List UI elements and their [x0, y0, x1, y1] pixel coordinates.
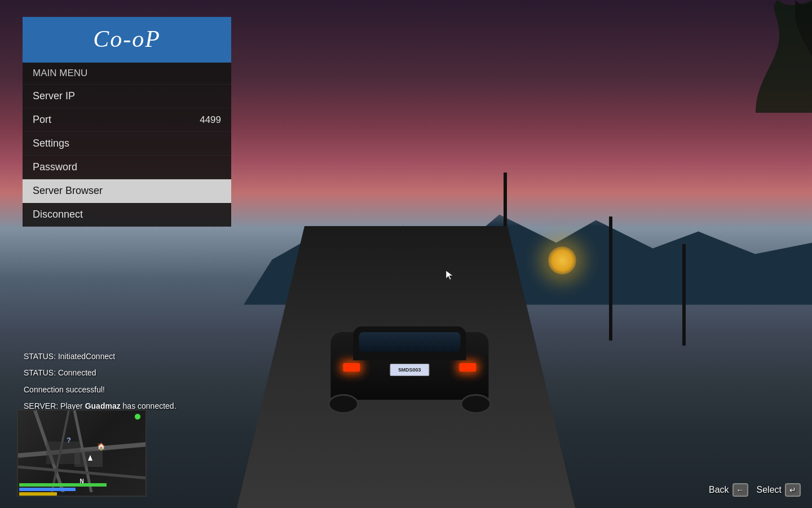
menu-item-server-ip[interactable]: Server IP	[23, 85, 231, 108]
car-license-plate: 5MDS003	[390, 364, 429, 376]
disconnect-label: Disconnect	[33, 209, 83, 220]
coop-menu-panel: Co-oP MAIN MENU Server IP Port 4499 Sett…	[23, 17, 231, 227]
status-panel: STATUS: InitiatedConnect STATUS: Connect…	[24, 351, 187, 418]
settings-label: Settings	[33, 138, 69, 149]
power-pole-3	[682, 244, 686, 346]
server-ip-label: Server IP	[33, 90, 75, 102]
car-wheel-left	[328, 394, 359, 414]
menu-header: Co-oP	[23, 17, 231, 63]
server-browser-label: Server Browser	[33, 185, 103, 197]
password-label: Password	[33, 161, 77, 173]
status-line-3: Connection successful!	[24, 385, 187, 396]
select-key: ↵	[785, 483, 801, 497]
back-key: ←	[732, 483, 748, 497]
health-bar	[19, 483, 107, 487]
port-label: Port	[33, 114, 51, 126]
menu-item-server-browser[interactable]: Server Browser	[23, 179, 231, 203]
main-menu-label: MAIN MENU	[33, 68, 87, 79]
menu-item-settings[interactable]: Settings	[23, 132, 231, 156]
menu-items-list: MAIN MENU Server IP Port 4499 Settings P…	[23, 63, 231, 227]
car-rear-window	[359, 332, 460, 352]
status-3-text: Connection successful!	[24, 385, 105, 394]
svg-line-3	[18, 467, 147, 478]
car-roof	[353, 326, 466, 360]
sun-glow	[548, 246, 576, 275]
tree-silhouette	[699, 0, 812, 113]
minimap-bars	[18, 483, 145, 497]
car-wheel-right	[460, 394, 491, 414]
car-taillight-right	[459, 363, 476, 372]
back-control[interactable]: Back ←	[709, 483, 748, 497]
armor-bar	[19, 488, 76, 491]
port-value: 4499	[200, 114, 221, 126]
player-car: 5MDS003 ᴡᴡᴡ	[319, 304, 500, 417]
select-label: Select	[757, 485, 782, 495]
menu-item-main-menu[interactable]: MAIN MENU	[23, 63, 231, 85]
minimap-unknown-icon: ?	[67, 436, 71, 444]
status-line-2: STATUS: Connected	[24, 368, 187, 379]
back-label: Back	[709, 485, 729, 495]
special-bar	[19, 492, 57, 496]
menu-title: Co-oP	[34, 25, 220, 52]
controls-bar: Back ← Select ↵	[709, 483, 801, 497]
player-marker	[88, 455, 94, 462]
minimap-home-icon: 🏠	[97, 443, 105, 450]
menu-item-disconnect[interactable]: Disconnect	[23, 203, 231, 227]
menu-item-password[interactable]: Password	[23, 156, 231, 179]
status-1-text: STATUS: InitiatedConnect	[24, 352, 115, 361]
select-control[interactable]: Select ↵	[757, 483, 801, 497]
car-taillight-left	[343, 363, 360, 372]
status-2-text: STATUS: Connected	[24, 368, 96, 377]
status-line-1: STATUS: InitiatedConnect	[24, 351, 187, 363]
minimap-player-dot	[134, 413, 141, 420]
minimap: ? 🏠 N	[17, 409, 147, 497]
power-pole-2	[609, 217, 612, 341]
menu-item-port[interactable]: Port 4499	[23, 108, 231, 132]
